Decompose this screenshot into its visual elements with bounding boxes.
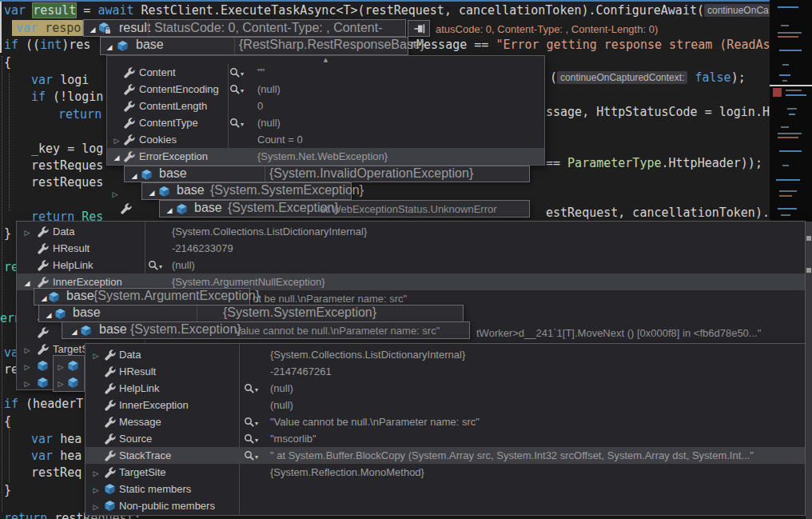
- code-text: .HttpHeader));: [662, 156, 762, 170]
- magnifier-icon[interactable]: ▾: [229, 83, 244, 95]
- vertical-scrollbar[interactable]: [806, 222, 812, 519]
- property-name: ContentLength: [139, 98, 207, 114]
- collapsed-chevron-icon[interactable]: [22, 374, 33, 393]
- pin-button[interactable]: [408, 20, 430, 37]
- magnifier-icon[interactable]: ▾: [244, 449, 258, 461]
- magnifier-icon[interactable]: ▾: [244, 382, 258, 394]
- expanded-chevron-icon[interactable]: [22, 273, 33, 292]
- selected-symbol: result: [32, 2, 77, 18]
- minimap-split-line: [770, 85, 812, 86]
- column-separator: [234, 38, 235, 54]
- collapsed-chevron-icon[interactable]: [22, 341, 33, 359]
- class-cube-icon: [141, 169, 153, 181]
- wrench-icon: [123, 134, 135, 146]
- expanded-chevron-icon[interactable]: [87, 20, 98, 38]
- member-value: {RestSharp.RestResponseBase}: [239, 38, 424, 52]
- nested-base-row[interactable]: base {System.InvalidOperationException}: [124, 166, 530, 182]
- property-row[interactable]: HResult -2146233079: [17, 240, 805, 257]
- property-row-selected[interactable]: ErrorException {System.Net.WebException}: [107, 148, 544, 165]
- collapsed-chevron-icon[interactable]: [109, 185, 121, 200]
- magnifier-icon[interactable]: ▾: [244, 416, 258, 428]
- member-value: {System.SystemException}: [210, 183, 364, 198]
- property-row-selected[interactable]: StackTrace ▾ " at System.Buffer.BlockCop…: [86, 447, 805, 464]
- property-row[interactable]: HResult -2147467261: [86, 363, 805, 380]
- minimap-mark: [779, 195, 792, 197]
- property-value: 0: [257, 98, 263, 114]
- minimap-mark: [779, 150, 802, 152]
- property-name: Static members: [119, 481, 191, 497]
- expanded-chevron-icon[interactable]: [164, 201, 175, 216]
- collapsed-chevron-icon[interactable]: [22, 223, 33, 242]
- property-name: TargetSite: [119, 464, 166, 481]
- property-row[interactable]: HelpLink ▾ (null): [86, 380, 805, 397]
- code-right-2: rMessage == "Error getting response stre…: [409, 37, 778, 54]
- minimap[interactable]: [770, 0, 812, 222]
- property-value: -2146233079: [172, 240, 233, 257]
- collapsed-chevron-icon[interactable]: [90, 481, 102, 499]
- minimap-mark: [789, 114, 795, 115]
- cascade-remnant-box: [53, 355, 85, 392]
- datatip-base-row[interactable]: base {RestSharp.RestResponseBase}: [100, 37, 408, 55]
- property-row[interactable]: ContentType ▾ (null): [107, 114, 544, 131]
- nested-base-row[interactable]: base {System.Exception} Value cannot be …: [62, 321, 470, 339]
- member-name: base: [194, 201, 222, 215]
- magnifier-icon[interactable]: ▾: [229, 66, 244, 78]
- property-name: ErrorException: [139, 148, 208, 165]
- expanded-chevron-icon[interactable]: [43, 305, 54, 321]
- expanded-chevron-icon[interactable]: [69, 322, 80, 337]
- collapsed-chevron-icon[interactable]: [90, 346, 102, 365]
- collapsed-chevron-icon[interactable]: [90, 464, 102, 482]
- class-cube-icon: [176, 203, 188, 215]
- class-cube-icon: [67, 360, 79, 372]
- code-line-8: _key = log: [31, 141, 103, 158]
- magnifier-icon[interactable]: ▾: [229, 117, 244, 129]
- code-right-6: estRequest, cancellationToken).C: [546, 205, 777, 222]
- collapsed-chevron-icon[interactable]: [22, 357, 33, 376]
- property-row[interactable]: Data {System.Collections.ListDictionaryI…: [17, 223, 805, 240]
- column-separator: [197, 305, 197, 321]
- nested-base-row[interactable]: base {System.SystemException}: [141, 182, 352, 200]
- expanded-chevron-icon[interactable]: [104, 38, 115, 53]
- property-row[interactable]: HelpLink ▾ (null): [17, 257, 805, 273]
- property-value: "": [257, 64, 265, 81]
- expanded-chevron-icon[interactable]: [111, 148, 122, 166]
- nested-base-row[interactable]: base {System.Exception} et.WebExceptionS…: [159, 200, 530, 218]
- collapsed-chevron-icon[interactable]: [111, 131, 122, 150]
- code-keyword: var: [4, 3, 33, 18]
- expanded-chevron-icon[interactable]: [146, 183, 157, 198]
- magnifier-icon[interactable]: ▾: [244, 433, 258, 445]
- property-row[interactable]: Static members: [86, 481, 805, 497]
- property-row[interactable]: Data {System.Collections.ListDictionaryI…: [86, 346, 805, 363]
- pinned-annotation-text: atusCode: 0, Content-Type: , Content-Len…: [436, 22, 658, 37]
- scroll-up-icon[interactable]: ▲: [107, 56, 544, 64]
- minimap-mark: [778, 6, 798, 8]
- class-cube-icon: [48, 291, 60, 303]
- code-line-20: var hea: [31, 448, 82, 465]
- collapsed-chevron-icon[interactable]: [55, 357, 66, 373]
- collapsed-chevron-icon[interactable]: [90, 497, 102, 516]
- collapsed-chevron-icon[interactable]: [55, 374, 66, 389]
- nested-base-row[interactable]: base {System.ArgumentException}: [34, 288, 250, 305]
- code-line-4: {: [4, 54, 11, 71]
- property-row[interactable]: Non-public members: [86, 497, 805, 514]
- code-line-9: restReques: [31, 158, 103, 174]
- property-row[interactable]: Source ▾ "mscorlib": [86, 430, 805, 447]
- property-row[interactable]: Cookies Count = 0: [107, 131, 544, 148]
- magnifier-icon[interactable]: ▾: [148, 259, 162, 271]
- property-row[interactable]: Content ▾ "": [107, 64, 544, 81]
- expanded-chevron-icon[interactable]: [129, 166, 140, 182]
- property-name: HResult: [119, 363, 156, 380]
- property-row[interactable]: InnerException (null): [86, 397, 805, 413]
- property-row[interactable]: ContentEncoding ▾ (null): [107, 81, 544, 98]
- editor-left-edge: [0, 2, 2, 53]
- wrench-icon: [37, 276, 49, 288]
- code-keyword: if: [4, 38, 26, 52]
- datatip-root-row[interactable]: result StatusCode: 0, Content-Type: , Co…: [83, 19, 406, 37]
- property-row[interactable]: TargetSite {System.Reflection.MonoMethod…: [86, 464, 805, 481]
- property-row[interactable]: ContentLength 0: [107, 98, 544, 114]
- property-value: (null): [257, 114, 281, 131]
- code-line-21: restReq: [31, 465, 82, 481]
- parameter-hint: continueOnCapturedContext:: [557, 71, 687, 84]
- nested-base-row[interactable]: base {System.SystemException}: [38, 305, 464, 322]
- property-row[interactable]: Message ▾ "Value cannot be null.\nParame…: [86, 413, 805, 430]
